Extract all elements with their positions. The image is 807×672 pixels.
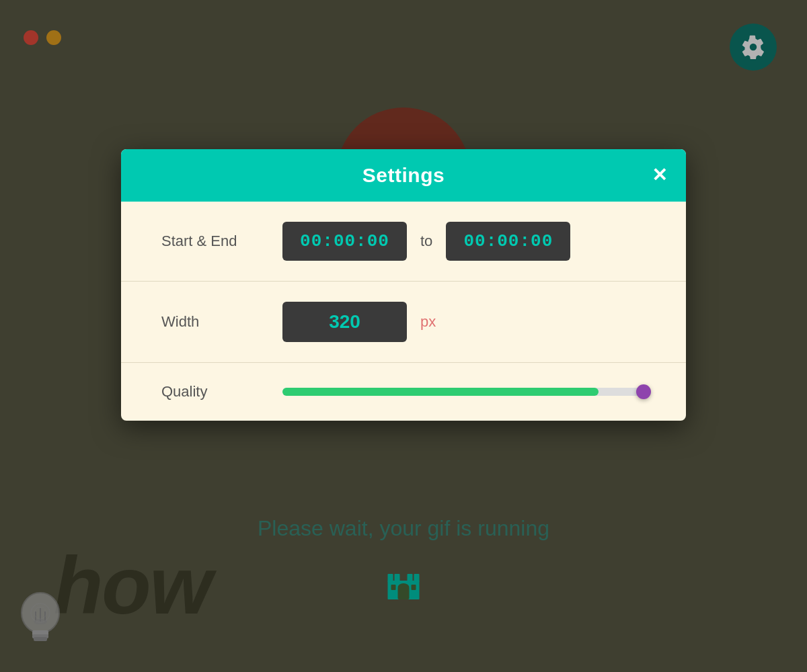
settings-modal: Settings ✕ Start & End to Width px Quali… [121,149,686,421]
quality-row: Quality [121,363,686,421]
px-label: px [420,313,436,331]
modal-title: Settings [362,164,445,187]
width-input[interactable] [282,302,407,342]
width-label: Width [161,313,282,331]
to-label: to [420,233,432,250]
start-end-content: to [282,222,646,261]
width-content: px [282,302,646,342]
quality-slider-container [282,385,646,398]
width-row: Width px [121,282,686,363]
quality-label: Quality [161,383,282,401]
start-end-row: Start & End to [121,202,686,282]
start-time-input[interactable] [282,222,407,261]
quality-content [282,385,646,398]
modal-body: Start & End to Width px Quality [121,202,686,421]
modal-header: Settings ✕ [121,149,686,202]
close-button[interactable]: ✕ [649,163,670,187]
end-time-input[interactable] [446,222,570,261]
start-end-label: Start & End [161,233,282,250]
